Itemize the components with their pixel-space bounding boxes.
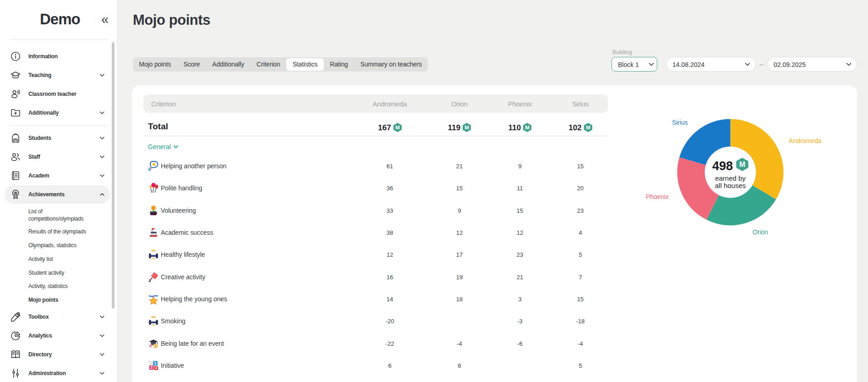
svg-text:M: M bbox=[586, 124, 590, 130]
svg-text:M: M bbox=[739, 161, 745, 168]
svg-text:M: M bbox=[464, 124, 469, 130]
svg-text:M: M bbox=[525, 124, 530, 130]
svg-text:3: 3 bbox=[155, 366, 158, 370]
svg-text:M: M bbox=[395, 124, 400, 130]
svg-text:1: 1 bbox=[154, 361, 156, 365]
svg-text:2: 2 bbox=[150, 365, 153, 370]
